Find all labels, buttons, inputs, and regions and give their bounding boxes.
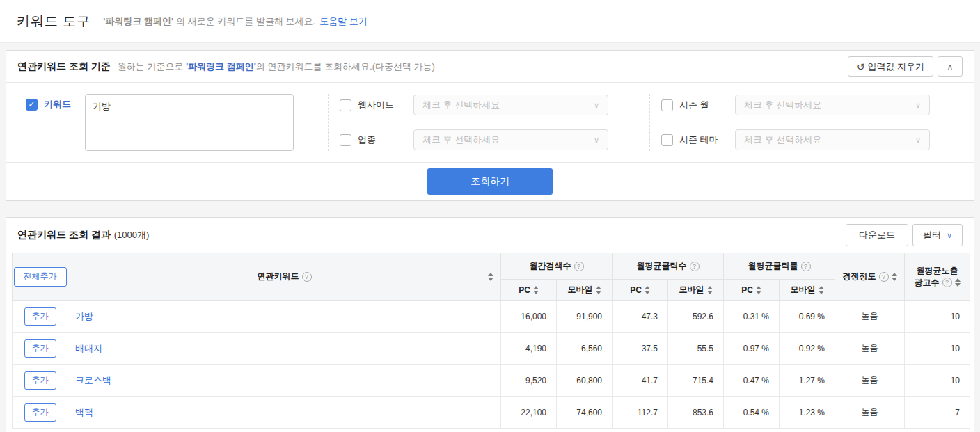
pc-clicks-subheader[interactable]: PC: [612, 280, 668, 301]
help-icon[interactable]: ?: [942, 278, 952, 287]
season-theme-checkbox[interactable]: [661, 134, 673, 146]
filter-column-middle: 웹사이트 체크 후 선택하세요 ∨ 업종 체크 후 선택하세요 ∨: [328, 94, 649, 151]
mobile-search-value: 74,600: [557, 397, 612, 429]
avg-ads-label-line2: 광고수: [915, 277, 940, 289]
website-checkbox[interactable]: [340, 99, 351, 111]
table-row: 추가 백팩 22,100 74,600 112.7 853.6 0.54 % 1…: [13, 397, 970, 429]
competition-value: 높음: [835, 333, 905, 365]
clear-values-label: 입력값 지우기: [867, 61, 924, 73]
results-count: (1000개): [114, 229, 150, 241]
industry-checkbox[interactable]: [340, 134, 351, 146]
collapse-panel-button[interactable]: ∧: [938, 56, 963, 77]
season-theme-label: 시즌 테마: [679, 134, 718, 146]
help-icon[interactable]: ?: [302, 272, 312, 282]
keyword-column-label: 연관키워드: [258, 271, 299, 282]
pc-label: PC: [519, 285, 530, 295]
website-label: 웹사이트: [358, 99, 394, 111]
results-table: 전체추가 연관키워드 ? 월간검색수 ?: [12, 253, 970, 429]
add-button[interactable]: 추가: [24, 339, 56, 358]
keyword-link[interactable]: 크로스백: [75, 375, 111, 385]
filter-column-right: 시즌 월 체크 후 선택하세요 ∨ 시즌 테마 체크 후 선택하세요 ∨: [649, 94, 971, 151]
industry-select[interactable]: 체크 후 선택하세요 ∨: [413, 129, 608, 150]
avg-ads-label-line1: 월평균노출: [905, 265, 970, 277]
campaign-name: '파워링크 캠페인': [103, 15, 173, 28]
help-icon[interactable]: ?: [801, 262, 811, 271]
mobile-clicks-value: 715.4: [668, 365, 724, 397]
season-theme-select[interactable]: 체크 후 선택하세요 ∨: [735, 129, 930, 150]
mobile-clicks-value: 55.5: [668, 333, 724, 365]
sort-icon: [596, 286, 601, 294]
help-icon[interactable]: ?: [879, 272, 889, 282]
avg-ads-value: 7: [905, 397, 970, 429]
competition-column-header[interactable]: 경쟁정도 ?: [835, 253, 905, 301]
help-link[interactable]: 도움말 보기: [319, 15, 368, 28]
filter-button[interactable]: 필터 ∨: [912, 224, 963, 246]
table-row: 추가 배대지 4,190 6,560 37.5 55.5 0.97 % 0.92…: [13, 333, 970, 365]
search-button[interactable]: 조회하기: [427, 168, 553, 195]
season-month-checkbox[interactable]: [661, 99, 673, 111]
chevron-down-icon: ∨: [594, 101, 599, 110]
monthly-search-label: 월간검색수: [530, 260, 571, 272]
chevron-down-icon: ∨: [915, 136, 921, 145]
results-panel: 연관키워드 조회 결과 (1000개) 다운로드 필터 ∨ 전체추: [6, 217, 974, 432]
sort-icon: [892, 273, 897, 281]
add-button[interactable]: 추가: [24, 403, 56, 422]
criteria-desc-campaign: '파워링크 캠페인': [186, 61, 256, 72]
keyword-link[interactable]: 백팩: [75, 407, 93, 417]
pc-clicks-value: 37.5: [612, 333, 668, 365]
mobile-search-value: 60,800: [557, 365, 612, 397]
sort-icon: [488, 273, 493, 281]
sort-icon: [707, 286, 713, 294]
sort-icon: [955, 278, 961, 287]
keyword-column-header[interactable]: 연관키워드 ?: [68, 253, 501, 301]
pc-search-subheader[interactable]: PC: [501, 280, 557, 301]
keyword-link[interactable]: 배대지: [75, 343, 102, 353]
pc-label: PC: [630, 285, 642, 295]
clear-values-button[interactable]: ↺ 입력값 지우기: [848, 56, 933, 77]
mobile-search-subheader[interactable]: 모바일: [557, 280, 612, 301]
mobile-clicks-subheader[interactable]: 모바일: [668, 280, 724, 301]
mobile-ctr-value: 0.92 %: [780, 333, 835, 365]
mobile-ctr-value: 1.23 %: [780, 397, 835, 429]
avg-ads-value: 10: [905, 365, 970, 397]
season-theme-field-row: 시즌 테마 체크 후 선택하세요 ∨: [661, 129, 971, 150]
pc-ctr-subheader[interactable]: PC: [724, 280, 780, 301]
pc-ctr-value: 0.97 %: [724, 333, 780, 365]
download-button[interactable]: 다운로드: [846, 224, 908, 246]
mobile-label: 모바일: [679, 284, 704, 296]
season-month-select[interactable]: 체크 후 선택하세요 ∨: [735, 95, 930, 115]
season-month-select-placeholder: 체크 후 선택하세요: [744, 99, 821, 111]
help-icon[interactable]: ?: [574, 262, 584, 271]
criteria-description: 원하는 기준으로 '파워링크 캠페인'의 연관키워드를 조회하세요.(다중선택 …: [118, 61, 435, 73]
monthly-clicks-group-header: 월평균클릭수 ?: [612, 253, 724, 280]
sort-icon: [533, 286, 539, 294]
keyword-input[interactable]: 가방: [85, 94, 294, 151]
check-icon: ✓: [28, 99, 35, 109]
mobile-ctr-value: 0.69 %: [780, 301, 835, 333]
mobile-ctr-subheader[interactable]: 모바일: [780, 280, 835, 301]
keyword-link[interactable]: 가방: [75, 311, 93, 321]
table-row: 추가 가방 16,000 91,900 47.3 592.6 0.31 % 0.…: [13, 301, 970, 333]
pc-clicks-value: 41.7: [612, 365, 668, 397]
page-title: 키워드 도구: [17, 13, 90, 31]
competition-value: 높음: [835, 365, 905, 397]
add-all-button[interactable]: 전체추가: [14, 267, 67, 287]
criteria-header: 연관키워드 조회 기준 원하는 기준으로 '파워링크 캠페인'의 연관키워드를 …: [6, 51, 974, 83]
season-month-field-row: 시즌 월 체크 후 선택하세요 ∨: [661, 95, 971, 115]
help-icon[interactable]: ?: [690, 262, 700, 271]
chevron-down-icon: ∨: [947, 231, 952, 240]
avg-ads-column-header[interactable]: 월평균노출 광고수 ?: [905, 253, 970, 301]
results-table-body: 추가 가방 16,000 91,900 47.3 592.6 0.31 % 0.…: [13, 301, 970, 429]
keyword-checkbox[interactable]: ✓: [26, 99, 38, 111]
website-select[interactable]: 체크 후 선택하세요 ∨: [413, 95, 608, 115]
season-month-label: 시즌 월: [679, 99, 709, 111]
mobile-clicks-value: 592.6: [668, 301, 724, 333]
monthly-search-group-header: 월간검색수 ?: [501, 253, 612, 280]
add-button[interactable]: 추가: [24, 371, 56, 390]
monthly-ctr-group-header: 월평균클릭률 ?: [724, 253, 835, 280]
monthly-clicks-label: 월평균클릭수: [637, 260, 687, 272]
industry-select-placeholder: 체크 후 선택하세요: [422, 134, 500, 146]
reset-icon: ↺: [857, 61, 865, 72]
add-button[interactable]: 추가: [24, 307, 56, 326]
pc-search-value: 9,520: [501, 365, 557, 397]
